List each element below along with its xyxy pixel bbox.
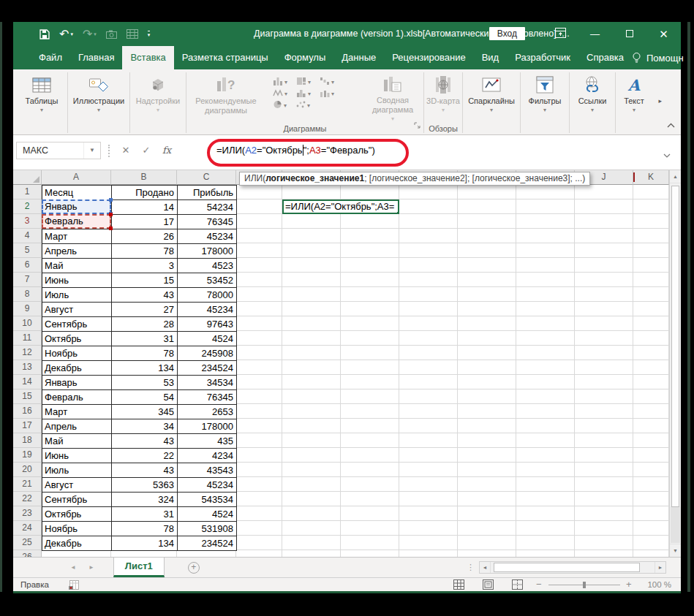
cell[interactable]: 26 (112, 229, 178, 244)
row-header-18[interactable]: 18 (13, 433, 42, 448)
expand-formula-bar-button[interactable] (663, 148, 671, 161)
insert-function-button[interactable]: fx (156, 142, 177, 159)
row-header-1[interactable]: 1 (13, 185, 42, 199)
normal-view-button[interactable] (453, 579, 464, 591)
confirm-entry-button[interactable]: ✓ (136, 142, 156, 159)
cell[interactable]: 34 (112, 419, 178, 434)
cell[interactable]: Август (42, 303, 112, 317)
scatter-chart-button[interactable]: ▾ (295, 100, 310, 109)
zoom-slider-thumb[interactable] (583, 582, 586, 588)
zoom-level[interactable]: 100 % (647, 578, 671, 591)
row-header-8[interactable]: 8 (13, 287, 42, 302)
column-chart-button[interactable]: ▾ (273, 77, 287, 85)
macro-record-button[interactable] (69, 580, 79, 591)
cell[interactable]: 234524 (178, 536, 237, 551)
cell[interactable]: 245908 (178, 346, 237, 361)
cell[interactable]: 78000 (178, 288, 237, 303)
cell[interactable]: Ноябрь (42, 522, 112, 536)
cell-in-edit[interactable]: =ИЛИ(A2="Октябрь";A3= (282, 199, 399, 214)
cancel-entry-button[interactable]: ✕ (116, 142, 136, 159)
row-header-6[interactable]: 6 (13, 258, 42, 273)
row-header-3[interactable]: 3 (13, 214, 42, 229)
cell[interactable]: Январь (42, 376, 112, 390)
cell[interactable]: 76345 (178, 215, 237, 229)
vertical-scrollbar[interactable]: ▲ ▼ (669, 170, 681, 557)
tab-insert[interactable]: Вставка (122, 46, 173, 69)
cell[interactable]: 31 (112, 332, 178, 346)
range-handle[interactable] (109, 198, 113, 202)
column-header-C[interactable]: C (177, 170, 236, 185)
cell[interactable]: 4234 (178, 449, 237, 463)
tab-view[interactable]: Вид (474, 46, 508, 69)
cell[interactable]: 78 (112, 346, 178, 361)
cell[interactable]: Продано (112, 186, 178, 200)
row-header-21[interactable]: 21 (13, 477, 42, 492)
pie-chart-button[interactable]: ▾ (273, 100, 287, 109)
page-layout-view-button[interactable] (483, 579, 494, 591)
cells-area[interactable]: МесяцПроданоПрибыльЯнварь1454234Февраль1… (42, 185, 669, 557)
scroll-down-arrow[interactable]: ▼ (670, 544, 681, 557)
cell[interactable]: 45234 (178, 303, 237, 317)
cell[interactable]: Ноябрь (42, 346, 112, 361)
cell[interactable]: 43 (112, 288, 178, 303)
tab-review[interactable]: Рецензирование (384, 46, 473, 69)
cell[interactable]: 14 (112, 200, 178, 215)
horizontal-scrollbar[interactable]: ◄ ► (479, 561, 666, 574)
cell[interactable]: Август (42, 478, 112, 493)
cell[interactable]: 78 (112, 244, 178, 259)
row-header-19[interactable]: 19 (13, 448, 42, 463)
waterfall-chart-button[interactable]: ▾ (320, 77, 334, 85)
scroll-track[interactable] (671, 506, 680, 543)
cell[interactable]: 43 (112, 434, 178, 449)
row-header-17[interactable]: 17 (13, 419, 42, 433)
cell[interactable]: 4523 (178, 259, 237, 273)
cell[interactable]: 134 (112, 536, 178, 551)
tab-help[interactable]: Справка (578, 46, 632, 69)
cell[interactable]: Февраль (42, 390, 112, 405)
cell[interactable]: Октябрь (42, 507, 112, 522)
name-box[interactable]: МАКС ▼ (16, 142, 101, 159)
collapse-ribbon-button[interactable] (667, 118, 675, 131)
undo-button[interactable]: ↶▾ (59, 27, 73, 41)
cell[interactable]: Декабрь (42, 536, 112, 551)
row-header-20[interactable]: 20 (13, 463, 42, 477)
cell[interactable]: Сентябрь (42, 317, 112, 332)
row-header-7[interactable]: 7 (13, 273, 42, 287)
cell[interactable]: Апрель (42, 419, 112, 434)
cell[interactable]: 2653 (178, 405, 237, 419)
cell[interactable]: 34534 (178, 376, 237, 390)
cell[interactable]: 54 (112, 390, 178, 405)
cell[interactable]: 22 (112, 449, 178, 463)
cell[interactable]: 53452 (178, 273, 237, 288)
cell[interactable]: Июль (42, 288, 112, 303)
cell[interactable]: 324 (112, 493, 178, 507)
tab-file[interactable]: Файл (31, 46, 70, 69)
cell[interactable]: 78 (112, 522, 178, 536)
cell[interactable]: Март (42, 229, 112, 244)
tab-home[interactable]: Главная (70, 46, 122, 69)
tab-developer[interactable]: Разработчик (507, 46, 578, 69)
scroll-up-arrow[interactable]: ▲ (670, 170, 681, 183)
cell[interactable]: Сентябрь (42, 493, 112, 507)
row-header-5[interactable]: 5 (13, 243, 42, 258)
cell[interactable]: 28 (112, 317, 178, 332)
tab-formulas[interactable]: Формулы (276, 46, 334, 69)
row-header-2[interactable]: 2 (13, 199, 42, 214)
row-header-10[interactable]: 10 (13, 316, 42, 331)
zoom-in-button[interactable]: + (626, 578, 632, 591)
sparklines-button[interactable]: Спарклайны ▾ (463, 72, 520, 122)
cell[interactable]: 31 (112, 507, 178, 522)
minimize-button[interactable]: — (578, 28, 612, 39)
row-header-24[interactable]: 24 (13, 521, 42, 536)
cell[interactable]: 4524 (178, 332, 237, 346)
cell[interactable]: 3 (112, 259, 178, 273)
recommended-charts-button[interactable]: ? Рекомендуемые диаграммы (186, 72, 265, 122)
combo-chart-button[interactable]: ▾ (320, 88, 334, 97)
scroll-right-arrow[interactable]: ► (655, 562, 665, 573)
column-header-B[interactable]: B (111, 170, 177, 185)
cell[interactable]: 531908 (178, 522, 237, 536)
text-button[interactable]: A Текст ▾ (616, 72, 652, 122)
cell[interactable]: Июнь (42, 273, 112, 288)
select-all-corner[interactable] (13, 170, 42, 185)
add-ins-button[interactable]: Надстройки ▾ (130, 72, 186, 122)
